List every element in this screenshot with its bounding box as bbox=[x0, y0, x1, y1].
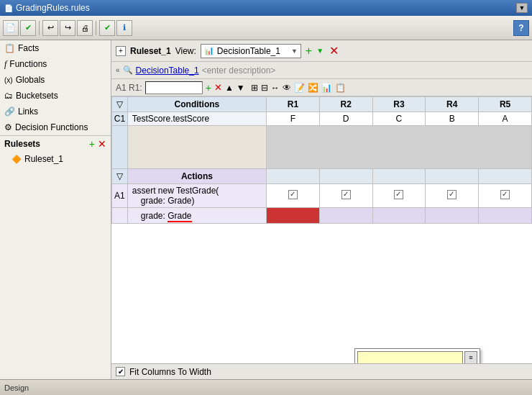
toolbar-sep2 bbox=[96, 21, 96, 35]
toolbar-icon7[interactable]: 📊 bbox=[321, 83, 332, 93]
grade-cell[interactable]: grade: Grade bbox=[127, 208, 266, 224]
dropdown-arrow-icon: ▼ bbox=[291, 47, 298, 55]
title-close-btn[interactable]: ▼ bbox=[516, 3, 528, 13]
col-r3: R3 bbox=[372, 97, 426, 112]
nav-decision-functions[interactable]: ⚙ Decision Functions bbox=[0, 119, 111, 135]
fit-label: Fit Columns To Width bbox=[129, 367, 211, 377]
add-row-btn[interactable]: + bbox=[206, 82, 211, 94]
down-btn[interactable]: ▼ bbox=[237, 83, 245, 93]
toolbar-icon2[interactable]: ⊟ bbox=[261, 83, 268, 93]
nav-bucketsets[interactable]: 🗂 Bucketsets bbox=[0, 88, 111, 104]
actions-header: Actions bbox=[127, 169, 266, 184]
toolbar: 📄 ✔ ↩ ↪ 🖨 ✔ ℹ ? bbox=[0, 16, 532, 40]
condition-1-expr[interactable]: TestScore.testScore bbox=[127, 112, 266, 126]
val-a1-r2[interactable] bbox=[319, 208, 372, 224]
action-check-r3[interactable] bbox=[372, 184, 426, 208]
info-btn[interactable]: ℹ bbox=[116, 20, 132, 36]
nav-globals[interactable]: (x) Globals bbox=[0, 72, 111, 88]
globals-icon: (x) bbox=[4, 76, 13, 84]
checkbox-r5[interactable] bbox=[500, 190, 510, 199]
toolbar-icon8[interactable]: 📋 bbox=[335, 83, 346, 93]
status-bar: Design bbox=[0, 379, 532, 395]
val-c1-r4[interactable]: B bbox=[426, 112, 479, 126]
left-panel: 📋 Facts f Functions (x) Globals 🗂 Bucket… bbox=[0, 40, 111, 379]
toolbar-icon1[interactable]: ⊞ bbox=[251, 83, 258, 93]
undo-btn[interactable]: ↩ bbox=[42, 20, 58, 36]
rulesets-header: Rulesets + ✕ bbox=[0, 135, 111, 151]
empty-val-cells bbox=[267, 126, 532, 169]
links-icon: 🔗 bbox=[4, 106, 15, 117]
view-dropdown[interactable]: 📊 DecisionTable_1 ▼ bbox=[201, 44, 301, 58]
delete-view-btn[interactable]: ✕ bbox=[329, 44, 339, 58]
action-check-r5[interactable] bbox=[479, 184, 532, 208]
ruleset-name: Ruleset_1 bbox=[130, 46, 171, 56]
delete-ruleset-btn[interactable]: ✕ bbox=[98, 138, 106, 150]
toolbar-sep1 bbox=[39, 21, 40, 35]
dropdown-popup: ≡ nullTestGrade.gradeGrade.AGrade.BGrade… bbox=[354, 348, 480, 363]
checkbox-r1[interactable] bbox=[288, 190, 298, 199]
bucketsets-icon: 🗂 bbox=[4, 91, 13, 101]
view-label: View: bbox=[175, 46, 196, 56]
grade-value[interactable]: Grade bbox=[168, 211, 191, 222]
title-icon: 📄 bbox=[4, 4, 13, 12]
conditions-header: Conditions bbox=[127, 97, 266, 112]
cond-col-marker: ▽ bbox=[112, 97, 128, 112]
help-btn[interactable]: ? bbox=[513, 20, 529, 36]
search-icon[interactable]: 🔍 bbox=[123, 65, 133, 75]
expand-btn[interactable]: + bbox=[116, 46, 126, 56]
save-btn[interactable]: ✔ bbox=[20, 20, 36, 36]
toolbar-icon5[interactable]: 📝 bbox=[294, 83, 305, 93]
action-check-r2[interactable] bbox=[319, 184, 372, 208]
ruleset-bar: + Ruleset_1 View: 📊 DecisionTable_1 ▼ + … bbox=[111, 40, 532, 62]
dropdown-filter-btn[interactable]: ≡ bbox=[464, 351, 477, 363]
add-view-dropdown-btn[interactable]: ▼ bbox=[316, 47, 324, 55]
checkbox-r2[interactable] bbox=[341, 190, 351, 199]
functions-label: Functions bbox=[9, 59, 47, 69]
val-c1-r5[interactable]: A bbox=[479, 112, 532, 126]
print-btn[interactable]: 🖨 bbox=[77, 20, 93, 36]
a1-marker: A1 bbox=[112, 184, 128, 208]
decision-table-container: ▽ Conditions R1 R2 R3 R4 R5 C1 TestScore… bbox=[111, 96, 532, 363]
val-a1-r5[interactable] bbox=[479, 208, 532, 224]
toolbar-icon3[interactable]: ↔ bbox=[271, 83, 280, 93]
fit-checkbox[interactable]: ✔ bbox=[116, 367, 125, 376]
desc-placeholder[interactable]: <enter description> bbox=[202, 65, 276, 76]
nav-links[interactable]: 🔗 Links bbox=[0, 104, 111, 119]
val-a1-r3[interactable] bbox=[372, 208, 426, 224]
bottom-bar: ✔ Fit Columns To Width bbox=[111, 363, 532, 379]
check-btn[interactable]: ✔ bbox=[99, 20, 115, 36]
new-btn[interactable]: 📄 bbox=[3, 20, 19, 36]
action-check-r1[interactable] bbox=[267, 184, 320, 208]
val-c1-r1[interactable]: F bbox=[267, 112, 320, 126]
toolbar-icon4[interactable]: 👁 bbox=[283, 83, 291, 93]
val-c1-r3[interactable]: C bbox=[372, 112, 426, 126]
c1-marker: C1 bbox=[112, 112, 128, 126]
sidebar-item-ruleset1[interactable]: 🔶 Ruleset_1 bbox=[0, 151, 111, 167]
dropdown-search-input[interactable] bbox=[357, 351, 463, 363]
collapse-arrows[interactable]: « bbox=[116, 66, 120, 74]
row-input[interactable] bbox=[145, 81, 203, 94]
val-a1-r4[interactable] bbox=[426, 208, 479, 224]
selected-r1-cell[interactable] bbox=[267, 208, 320, 224]
title-controls: ▼ bbox=[516, 3, 528, 13]
nav-facts[interactable]: 📋 Facts bbox=[0, 40, 111, 56]
checkbox-r4[interactable] bbox=[447, 190, 457, 199]
title-bar: 📄 GradingRules.rules ▼ bbox=[0, 0, 532, 16]
nav-functions[interactable]: f Functions bbox=[0, 56, 111, 72]
action-check-r4[interactable] bbox=[426, 184, 479, 208]
action-sub-expr: grade: Grade) bbox=[132, 196, 195, 206]
add-ruleset-btn[interactable]: + bbox=[89, 138, 95, 150]
checkbox-r3[interactable] bbox=[394, 190, 403, 199]
action-1-expr[interactable]: assert new TestGrade( grade: Grade) bbox=[127, 184, 266, 208]
table-name[interactable]: DecisionTable_1 bbox=[136, 65, 199, 76]
delete-row-btn[interactable]: ✕ bbox=[214, 82, 222, 93]
condition-empty-row bbox=[112, 126, 532, 169]
up-btn[interactable]: ▲ bbox=[225, 83, 234, 93]
toolbar-icon6[interactable]: 🔀 bbox=[308, 83, 318, 93]
add-view-btn[interactable]: + bbox=[306, 45, 312, 58]
val-c1-r2[interactable]: D bbox=[319, 112, 372, 126]
decision-functions-icon: ⚙ bbox=[4, 122, 12, 132]
grade-label: grade: bbox=[132, 211, 168, 221]
action-row-1: A1 assert new TestGrade( grade: Grade) bbox=[112, 184, 532, 208]
redo-btn[interactable]: ↪ bbox=[60, 20, 75, 36]
